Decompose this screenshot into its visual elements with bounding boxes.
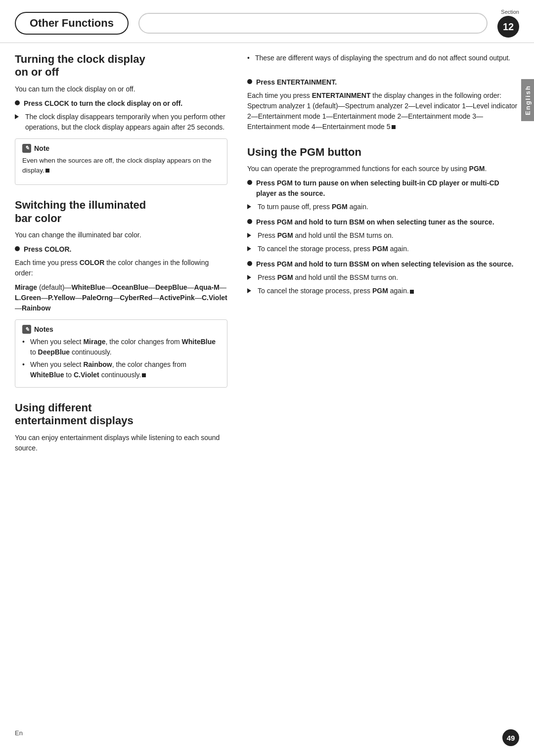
bullet-dot-pgm3 — [247, 261, 252, 266]
color-notes-box: ✎ Notes When you select Mirage, the colo… — [15, 319, 227, 388]
pgm-heading: Using the PGM button — [247, 146, 519, 159]
pgm-sub-3b: To cancel the storage process, press PGM… — [247, 286, 519, 296]
illuminated-heading: Switching the illuminatedbar color — [15, 199, 227, 225]
section-number-area: Section 12 — [497, 9, 519, 38]
pgm-sub-3b-text: To cancel the storage process, press PGM… — [258, 286, 414, 296]
section-title: Other Functions — [15, 12, 129, 35]
pgm-sub-2b-text: To cancel the storage process, press PGM… — [258, 244, 409, 254]
pgm-intro: You can operate the preprogrammed functi… — [247, 164, 519, 174]
clock-body-text: The clock display disappears temporarily… — [25, 112, 227, 133]
en-label: En — [15, 729, 23, 746]
section-label: Section — [501, 9, 519, 15]
language-label: English — [521, 79, 534, 121]
right-column: These are different ways of displaying t… — [242, 53, 519, 467]
bullet-square-pgm1 — [247, 204, 254, 209]
end-square4 — [410, 290, 414, 294]
notes-label: Notes — [34, 325, 53, 333]
end-square — [45, 169, 49, 173]
pgm-bullet-1-text: Press PGM to turn pause on when selectin… — [256, 178, 519, 199]
bullet-dot-pgm2 — [247, 219, 252, 224]
clock-body-bullet: The clock display disappears temporarily… — [15, 112, 227, 133]
color-body-intro: Each time you press COLOR the color chan… — [15, 258, 227, 278]
bullet-square-pgm2a — [247, 233, 254, 238]
entertainment-note-list: These are different ways of displaying t… — [247, 53, 519, 63]
clock-intro: You can turn the clock display on or off… — [15, 84, 227, 94]
color-notes-title: ✎ Notes — [22, 325, 220, 334]
color-notes-list: When you select Mirage, the color change… — [22, 337, 220, 380]
bullet-square-pgm3b — [247, 288, 254, 293]
bullet-square-icon — [15, 114, 21, 119]
illuminated-section: Switching the illuminatedbar color You c… — [15, 199, 227, 388]
pgm-bullet-3: Press PGM and hold to turn BSSM on when … — [247, 259, 519, 269]
pgm-sub-3a: Press PGM and hold until the BSSM turns … — [247, 272, 519, 283]
color-note-item-1: When you select Mirage, the color change… — [22, 337, 220, 357]
pgm-sub-2b: To cancel the storage process, press PGM… — [247, 244, 519, 254]
entertainment-displays-section: Using differententertainment displays Yo… — [15, 401, 227, 453]
pgm-sub-2a-text: Press PGM and hold until the BSM turns o… — [258, 230, 394, 241]
pgm-bullet-1: Press PGM to turn pause on when selectin… — [247, 178, 519, 199]
left-column: Turning the clock displayon or off You c… — [15, 53, 242, 467]
illuminated-intro: You can change the illuminated bar color… — [15, 230, 227, 240]
pgm-sub-3a-text: Press PGM and hold until the BSSM turns … — [258, 272, 398, 283]
bullet-dot-icon3 — [247, 79, 252, 84]
clock-bullet-text: Press CLOCK to turn the clock display on… — [24, 98, 182, 109]
end-square2 — [142, 373, 146, 377]
entertainment-body: Each time you press ENTERTAINMENT the di… — [247, 90, 519, 132]
color-order: Mirage (default)—WhiteBlue—OceanBlue—Dee… — [15, 282, 227, 313]
bullet-dot-icon — [15, 100, 20, 105]
bullet-dot-pgm1 — [247, 180, 252, 185]
color-bullet-text: Press COLOR. — [24, 244, 71, 255]
entertainment-bullet-text: Press ENTERTAINMENT. — [256, 77, 337, 88]
clock-note-box: ✎ Note Even when the sources are off, th… — [15, 138, 227, 185]
entertainment-note-block: These are different ways of displaying t… — [247, 53, 519, 63]
page-footer: En 49 — [0, 729, 534, 746]
bullet-square-pgm2b — [247, 246, 254, 251]
clock-note-text: Even when the sources are off, the clock… — [22, 156, 220, 176]
clock-note-title: ✎ Note — [22, 144, 220, 153]
section-number: 12 — [497, 16, 519, 38]
bullet-dot-icon2 — [15, 246, 20, 251]
pgm-bullet-3-text: Press PGM and hold to turn BSSM on when … — [256, 259, 513, 269]
entertainment-note-item: These are different ways of displaying t… — [247, 53, 519, 63]
note-pencil-icon2: ✎ — [22, 325, 31, 334]
end-square3 — [392, 125, 396, 129]
entertainment-bullet: Press ENTERTAINMENT. — [247, 77, 519, 88]
clock-section: Turning the clock displayon or off You c… — [15, 53, 227, 185]
header-center-box — [138, 13, 488, 34]
clock-bullet: Press CLOCK to turn the clock display on… — [15, 98, 227, 109]
pgm-sub-1-text: To turn pause off, press PGM again. — [258, 202, 368, 212]
note-pencil-icon: ✎ — [22, 144, 31, 153]
color-bullet: Press COLOR. — [15, 244, 227, 255]
clock-heading: Turning the clock displayon or off — [15, 53, 227, 79]
press-entertainment-block: Press ENTERTAINMENT. Each time you press… — [247, 77, 519, 132]
pgm-sub-2a: Press PGM and hold until the BSM turns o… — [247, 230, 519, 241]
page-header: Other Functions Section 12 — [0, 0, 534, 43]
pgm-bullet-2-text: Press PGM and hold to turn BSM on when s… — [256, 217, 494, 227]
bullet-square-pgm3a — [247, 275, 254, 280]
main-content: Turning the clock displayon or off You c… — [0, 43, 534, 482]
pgm-bullet-2: Press PGM and hold to turn BSM on when s… — [247, 217, 519, 227]
pgm-sub-1: To turn pause off, press PGM again. — [247, 202, 519, 212]
note-label: Note — [34, 144, 49, 152]
entertainment-displays-intro: You can enjoy entertainment displays whi… — [15, 433, 227, 453]
page-number: 49 — [502, 729, 519, 746]
pgm-section: Using the PGM button You can operate the… — [247, 146, 519, 296]
entertainment-displays-heading: Using differententertainment displays — [15, 401, 227, 428]
color-note-item-2: When you select Rainbow, the color chang… — [22, 359, 220, 380]
